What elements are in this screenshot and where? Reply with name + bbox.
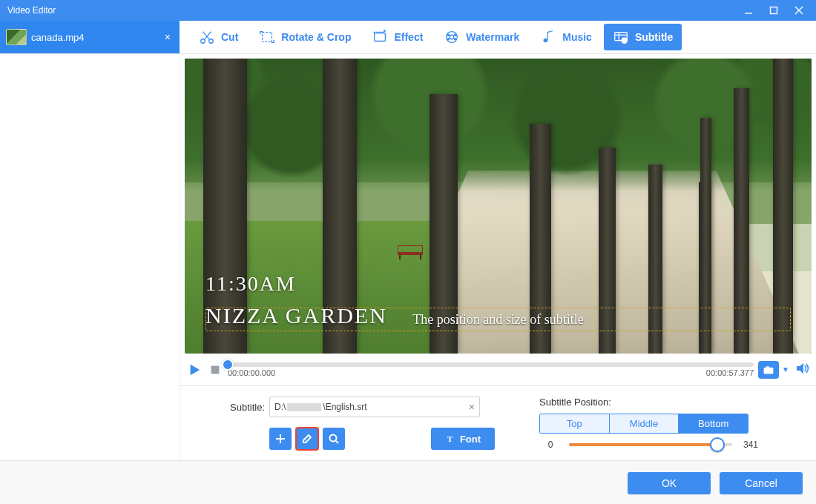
svg-point-20 [544, 39, 548, 43]
svg-point-16 [448, 34, 450, 36]
search-subtitle-button[interactable] [323, 428, 345, 450]
tool-music[interactable]: Music [531, 24, 601, 50]
svg-text:T: T [623, 39, 625, 42]
svg-marker-26 [191, 364, 200, 374]
svg-line-7 [203, 32, 210, 40]
svg-point-34 [330, 435, 337, 442]
svg-point-12 [380, 32, 381, 33]
title-bar: Video Editor [0, 0, 816, 21]
file-tab-bar: canada.mp4 × [0, 21, 180, 53]
tool-watermark-label: Watermark [466, 31, 519, 43]
tool-rotate-crop[interactable]: Rotate & Crop [250, 24, 360, 50]
close-window-button[interactable] [786, 0, 812, 21]
play-button[interactable] [186, 362, 203, 378]
clear-path-icon[interactable]: × [469, 401, 475, 413]
svg-point-17 [455, 34, 456, 36]
tool-rotate-label: Rotate & Crop [281, 31, 351, 43]
svg-rect-28 [764, 367, 774, 374]
ok-button[interactable]: OK [628, 472, 711, 494]
subtitle-path-label: Subtitle: [225, 402, 265, 413]
volume-button[interactable] [795, 361, 810, 378]
tool-cut-label: Cut [221, 31, 238, 43]
sidebar [0, 54, 180, 460]
svg-point-11 [377, 32, 378, 33]
position-bottom[interactable]: Bottom [678, 414, 748, 433]
path-suffix: \English.srt [323, 402, 366, 412]
font-button[interactable]: T Font [431, 428, 495, 450]
slider-min: 0 [539, 440, 562, 450]
tool-watermark[interactable]: Watermark [435, 24, 528, 50]
subtitle-guide-box[interactable]: The position and size of subtitle [205, 308, 791, 331]
svg-point-18 [448, 39, 450, 40]
maximize-button[interactable] [761, 0, 786, 21]
overlay-time: 11:30AM [205, 272, 296, 296]
toolbar-row: canada.mp4 × Cut Rotate & Crop [0, 21, 816, 54]
position-slider[interactable] [569, 443, 732, 446]
path-redacted [287, 403, 321, 411]
position-middle[interactable]: Middle [609, 414, 679, 433]
window-title: Video Editor [4, 5, 736, 16]
svg-rect-27 [211, 365, 220, 374]
playback-bar: 00:00:00.000 00:00:57.377 ▼ [180, 354, 816, 385]
file-name: canada.mp4 [31, 32, 85, 43]
position-top[interactable]: Top [540, 414, 609, 433]
path-prefix: D:\ [274, 402, 286, 412]
tool-effect-label: Effect [394, 31, 423, 43]
tool-subtitle[interactable]: T Subtitle [604, 24, 682, 50]
time-current: 00:00:00.000 [228, 368, 275, 377]
tool-subtitle-label: Subtitle [635, 31, 673, 43]
subtitle-path-input[interactable]: D:\ \English.srt × [269, 397, 480, 417]
file-thumbnail [6, 29, 27, 45]
add-subtitle-button[interactable] [269, 428, 292, 450]
svg-line-35 [336, 441, 338, 443]
position-segmented: Top Middle Bottom [539, 414, 748, 434]
svg-rect-1 [771, 7, 777, 14]
editor-toolbar: Cut Rotate & Crop Effect Wate [180, 21, 816, 53]
font-button-label: Font [460, 434, 481, 445]
subtitle-controls: Subtitle: D:\ \English.srt × [180, 385, 816, 460]
time-total: 00:00:57.377 [706, 368, 754, 377]
svg-marker-31 [797, 363, 803, 374]
svg-rect-8 [263, 33, 272, 42]
minimize-button[interactable] [736, 0, 761, 21]
close-tab-icon[interactable]: × [162, 31, 174, 43]
position-label: Subtitle Position: [539, 397, 762, 408]
snapshot-button[interactable] [758, 361, 779, 379]
snapshot-dropdown-icon[interactable]: ▼ [780, 365, 791, 374]
footer: OK Cancel [0, 460, 816, 504]
cancel-button[interactable]: Cancel [720, 472, 803, 494]
file-tab[interactable]: canada.mp4 × [0, 21, 180, 53]
video-preview[interactable]: 11:30AM NIZZA GARDEN The position and si… [185, 59, 812, 354]
progress-slider[interactable] [228, 362, 754, 367]
bench-prop [398, 248, 423, 259]
stop-button[interactable] [207, 362, 223, 378]
svg-text:T: T [447, 434, 453, 443]
svg-point-15 [450, 35, 455, 39]
svg-rect-30 [766, 366, 769, 368]
edit-subtitle-button[interactable] [296, 428, 318, 450]
svg-line-6 [204, 32, 211, 40]
svg-point-19 [455, 39, 456, 40]
tool-effect[interactable]: Effect [363, 24, 432, 50]
svg-point-10 [375, 32, 375, 33]
subtitle-guide-text: The position and size of subtitle [412, 312, 583, 328]
svg-point-14 [447, 32, 458, 43]
tool-cut[interactable]: Cut [190, 24, 247, 50]
tool-music-label: Music [562, 31, 592, 43]
svg-rect-9 [375, 33, 386, 42]
slider-max: 341 [740, 440, 762, 450]
svg-point-13 [383, 32, 384, 33]
